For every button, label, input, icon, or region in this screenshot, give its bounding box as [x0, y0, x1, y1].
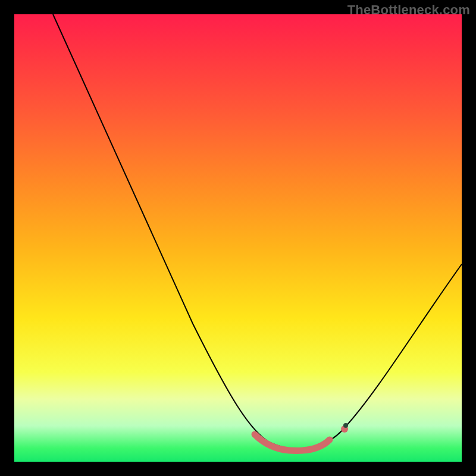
optimal-range-highlight [255, 434, 330, 450]
bottleneck-curve [53, 14, 462, 449]
chart-area [14, 14, 462, 462]
bottleneck-curve-plot [14, 14, 462, 462]
curve-marker [343, 423, 348, 428]
watermark-text: TheBottleneck.com [347, 2, 470, 18]
